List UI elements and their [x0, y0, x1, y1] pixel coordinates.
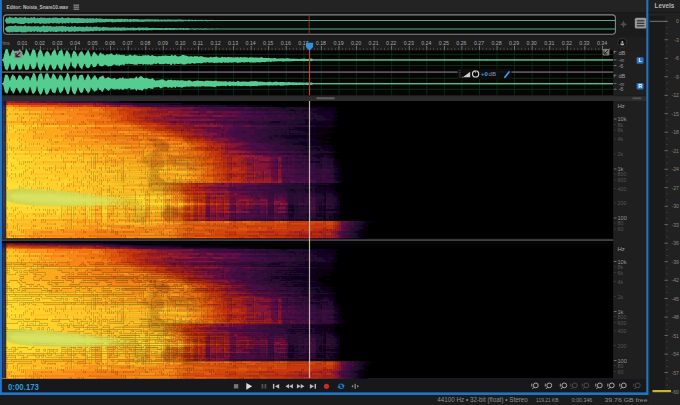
svg-text:0.30: 0.30: [527, 40, 538, 46]
svg-text:Hz: Hz: [618, 103, 625, 109]
svg-text:-3: -3: [674, 37, 679, 43]
svg-text:-9: -9: [674, 74, 679, 80]
svg-text:0.22: 0.22: [386, 40, 397, 46]
svg-text:600: 600: [618, 320, 627, 326]
svg-text:600: 600: [618, 177, 627, 183]
svg-text:0.13: 0.13: [228, 40, 239, 46]
svg-text:-30: -30: [672, 203, 680, 209]
svg-text:Editor: Noisia_Snare10.wav: Editor: Noisia_Snare10.wav: [7, 4, 69, 10]
svg-text:4k: 4k: [618, 279, 624, 285]
svg-text:0.06: 0.06: [105, 40, 116, 46]
svg-text:0:00.346: 0:00.346: [572, 397, 593, 403]
svg-text:-24: -24: [672, 166, 680, 172]
svg-text:-45: -45: [672, 296, 680, 302]
svg-text:-48: -48: [672, 314, 680, 320]
svg-text:-27: -27: [672, 185, 680, 191]
svg-text:-6: -6: [619, 63, 624, 69]
svg-text:-54: -54: [672, 351, 680, 357]
svg-text:-57: -57: [672, 370, 680, 376]
svg-text:2k: 2k: [618, 151, 624, 157]
svg-text:0.12: 0.12: [210, 40, 221, 46]
svg-text:0.04: 0.04: [70, 40, 81, 46]
svg-text:Levels: Levels: [655, 2, 675, 9]
svg-text:-15: -15: [672, 111, 680, 117]
svg-text:-21: -21: [672, 148, 680, 154]
svg-text:dB: dB: [489, 71, 496, 77]
svg-text:-18: -18: [672, 129, 680, 135]
svg-text:200: 200: [618, 200, 627, 206]
svg-text:0.24: 0.24: [421, 40, 432, 46]
svg-text:0.26: 0.26: [456, 40, 467, 46]
svg-text:dB: dB: [619, 73, 626, 79]
svg-text:0.29: 0.29: [509, 40, 520, 46]
svg-text:R: R: [638, 83, 642, 89]
svg-text:0.15: 0.15: [263, 40, 274, 46]
svg-text:0.28: 0.28: [492, 40, 503, 46]
svg-text:200: 200: [618, 343, 627, 349]
svg-text:6k: 6k: [618, 270, 624, 276]
svg-text:119.21 KB: 119.21 KB: [536, 397, 559, 403]
svg-text:0.16: 0.16: [281, 40, 292, 46]
svg-text:0.33: 0.33: [579, 40, 590, 46]
svg-text:39.76 GB free: 39.76 GB free: [605, 397, 648, 403]
svg-text:0.21: 0.21: [369, 40, 380, 46]
svg-text:2k: 2k: [618, 294, 624, 300]
svg-text:0.09: 0.09: [158, 40, 169, 46]
svg-text:0.25: 0.25: [439, 40, 450, 46]
svg-text:44100 Hz • 32-bit (float) • St: 44100 Hz • 32-bit (float) • Stereo: [437, 396, 528, 404]
svg-text:60: 60: [618, 226, 624, 232]
svg-text:-33: -33: [672, 222, 680, 228]
svg-text:0.23: 0.23: [404, 40, 415, 46]
svg-text:4k: 4k: [618, 136, 624, 142]
svg-text:0: 0: [676, 18, 679, 24]
svg-text:hms: hms: [3, 40, 10, 46]
svg-text:-12: -12: [672, 92, 680, 98]
svg-text:0.34: 0.34: [597, 40, 608, 46]
svg-text:0.07: 0.07: [123, 40, 134, 46]
svg-text:0.19: 0.19: [333, 40, 344, 46]
svg-text:0:00.173: 0:00.173: [8, 382, 39, 392]
svg-text:0.05: 0.05: [88, 40, 99, 46]
svg-text:+0: +0: [481, 71, 489, 77]
svg-text:400: 400: [618, 328, 627, 334]
svg-text:6k: 6k: [618, 127, 624, 133]
svg-text:Hz: Hz: [618, 246, 625, 252]
svg-text:60: 60: [618, 369, 624, 375]
svg-text:0.14: 0.14: [246, 40, 257, 46]
svg-text:-42: -42: [672, 277, 680, 283]
svg-text:0.31: 0.31: [544, 40, 555, 46]
svg-text:0.02: 0.02: [35, 40, 46, 46]
svg-text:0.08: 0.08: [140, 40, 151, 46]
svg-text:0.01: 0.01: [17, 40, 28, 46]
svg-text:-51: -51: [672, 333, 680, 339]
svg-text:0.18: 0.18: [316, 40, 327, 46]
svg-text:0.10: 0.10: [175, 40, 186, 46]
svg-text:0.32: 0.32: [562, 40, 573, 46]
svg-text:400: 400: [618, 186, 627, 192]
svg-text:dB: dB: [619, 50, 626, 56]
svg-text:0.27: 0.27: [474, 40, 485, 46]
svg-text:-36: -36: [672, 240, 680, 246]
svg-text:-6: -6: [674, 55, 679, 61]
svg-text:-39: -39: [672, 259, 680, 265]
svg-text:0.20: 0.20: [351, 40, 362, 46]
svg-text:0.03: 0.03: [52, 40, 63, 46]
svg-text:-6: -6: [619, 86, 624, 92]
svg-text:0.11: 0.11: [193, 40, 204, 46]
svg-text:-60: -60: [672, 389, 680, 395]
